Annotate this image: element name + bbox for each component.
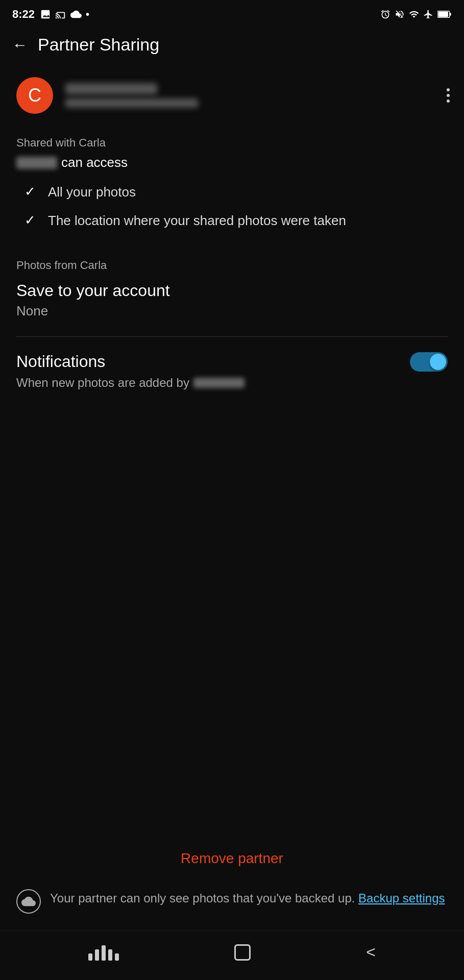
recents-button[interactable] — [88, 944, 119, 961]
partner-card: C — [0, 63, 464, 128]
cloud-backup-icon — [16, 889, 41, 914]
remove-partner-button[interactable]: Remove partner — [0, 840, 464, 877]
svg-rect-2 — [450, 13, 451, 16]
recents-icon — [88, 944, 119, 961]
nav-bar: < — [0, 930, 464, 980]
svg-rect-1 — [438, 12, 448, 17]
toggle-knob — [430, 354, 446, 370]
photos-from-carla-section: Photos from Carla Save to your account N… — [0, 251, 464, 331]
notifications-description: When new photos are added by — [16, 376, 448, 390]
blurred-user-word — [16, 157, 57, 169]
footer-info: Your partner can only see photos that yo… — [0, 877, 464, 930]
cast-icon — [55, 9, 66, 20]
shared-with-section: Shared with Carla can access — [0, 128, 464, 183]
airplane-icon — [423, 9, 433, 19]
status-dot: • — [86, 9, 89, 20]
page-title: Partner Sharing — [38, 35, 450, 55]
top-bar: ← Partner Sharing — [0, 27, 464, 63]
status-bar: 8:22 • — [0, 0, 464, 27]
more-button[interactable] — [447, 88, 450, 103]
notifications-toggle[interactable] — [410, 352, 448, 372]
check-text-1: All your photos — [48, 183, 136, 201]
back-button[interactable]: ← — [12, 37, 28, 53]
footer-info-text: Your partner can only see photos that yo… — [50, 891, 355, 905]
photo-icon — [40, 9, 51, 20]
cloud-icon — [70, 9, 82, 20]
toggle-track — [410, 352, 448, 372]
remove-partner-label: Remove partner — [181, 850, 283, 867]
status-right — [380, 9, 452, 19]
check-icon-2: ✓ — [25, 212, 36, 228]
status-left: 8:22 • — [12, 8, 89, 21]
status-time: 8:22 — [12, 8, 35, 21]
mute-icon — [395, 9, 405, 19]
partner-info — [65, 83, 434, 108]
blurred-partner-name — [193, 378, 245, 388]
footer-text: Your partner can only see photos that yo… — [50, 889, 445, 908]
check-item-location: ✓ The location where your shared photos … — [25, 211, 464, 230]
save-value: None — [16, 303, 448, 319]
notifications-header: Notifications — [16, 352, 448, 372]
notifications-title: Notifications — [16, 352, 105, 371]
check-text-2: The location where your shared photos we… — [48, 211, 346, 230]
can-access-text: can access — [61, 155, 128, 170]
battery-icon — [437, 9, 452, 19]
avatar: C — [16, 77, 53, 114]
checklist: ✓ All your photos ✓ The location where y… — [0, 183, 464, 240]
shared-with-label: Shared with Carla — [16, 136, 448, 150]
backup-settings-link[interactable]: Backup settings — [358, 891, 445, 905]
check-icon-1: ✓ — [25, 184, 36, 200]
wifi-icon — [409, 9, 419, 19]
save-to-account-title: Save to your account — [16, 281, 448, 300]
notifications-section: Notifications When new photos are added … — [0, 342, 464, 400]
alarm-icon — [380, 9, 390, 19]
home-button[interactable] — [234, 944, 251, 961]
status-icons-left: • — [40, 9, 89, 20]
back-button-nav[interactable]: < — [366, 943, 376, 962]
can-access-line: can access — [16, 155, 448, 170]
partner-name-blurred — [65, 83, 157, 94]
partner-email-blurred — [65, 99, 198, 108]
check-item-photos: ✓ All your photos — [25, 183, 464, 201]
home-icon — [234, 944, 251, 961]
divider — [16, 336, 448, 337]
spacer — [0, 400, 464, 840]
from-carla-label: Photos from Carla — [16, 259, 448, 272]
notifications-desc-text: When new photos are added by — [16, 376, 189, 390]
back-arrow-icon: < — [366, 943, 376, 962]
